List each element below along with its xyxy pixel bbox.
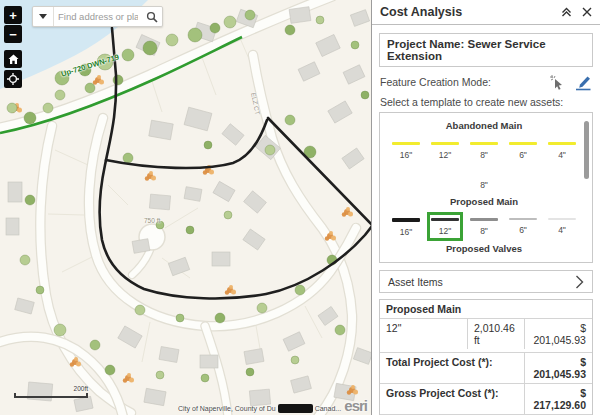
house [212, 252, 230, 266]
tree [90, 340, 100, 350]
map-attribution: City of Naperville, County of Du Canad..… [178, 404, 341, 413]
tree [85, 83, 95, 93]
cost-table-row: 12" 2,010.46 ft $ 201,045.93 [380, 319, 592, 349]
template-item-proposed-main-4[interactable]: 4" [544, 212, 580, 241]
template-size-label: 8" [480, 226, 488, 236]
tree [224, 16, 236, 28]
tree [7, 103, 17, 113]
tree [55, 71, 69, 85]
feature-creation-mode-label: Feature Creation Mode: [380, 76, 491, 88]
panel-body: Project Name: Sewer Service Extension Fe… [372, 25, 600, 415]
zoom-out-button[interactable]: − [4, 25, 22, 43]
gross-cost-value: $ 217,129.60 [524, 384, 592, 414]
tree [210, 23, 220, 33]
scalebar-line [14, 393, 88, 398]
tree [257, 303, 267, 313]
template-item-abandoned-main-4[interactable]: 4" [544, 136, 580, 164]
tree [43, 103, 53, 113]
template-scrollbar-thumb[interactable] [584, 121, 589, 179]
close-panel-button[interactable] [582, 7, 592, 17]
app: Up-720 DWN-719 ELZ CT 750 ft + − [0, 0, 600, 415]
map[interactable]: Up-720 DWN-719 ELZ CT 750 ft + − [0, 0, 371, 415]
search-button[interactable] [142, 7, 162, 26]
house [149, 120, 173, 140]
house [8, 182, 22, 202]
scalebar-label: 200ft [14, 385, 88, 392]
house [159, 347, 179, 363]
pencil-icon [574, 74, 592, 91]
locate-button[interactable] [4, 70, 22, 88]
asset-cost: $ 201,045.93 [524, 319, 592, 349]
section-asset-items[interactable]: Asset Items [379, 270, 593, 293]
house [244, 349, 264, 365]
template-picker-label: Select a template to create new assets: [380, 96, 592, 108]
search-input[interactable] [54, 11, 142, 22]
tree [166, 34, 178, 46]
cost-table: Proposed Main 12" 2,010.46 ft $ 201,045.… [379, 299, 593, 415]
feature-creation-mode-icons [549, 74, 592, 91]
smart-cursor-mode-button[interactable] [549, 74, 566, 91]
total-cost-value: $ 201,045.93 [524, 353, 592, 383]
tree [335, 325, 345, 335]
tree [245, 10, 255, 20]
line-swatch [392, 142, 420, 145]
template-item-abandoned-main-8[interactable]: 8" [466, 136, 502, 164]
sketch-mode-button[interactable] [574, 74, 592, 91]
line-swatch [392, 218, 420, 222]
template-item-proposed-main-12[interactable]: 12" [427, 212, 463, 241]
tree [316, 16, 324, 24]
line-swatch [548, 142, 576, 145]
map-canvas[interactable] [0, 0, 371, 415]
tree [295, 285, 305, 295]
tree [188, 28, 202, 42]
panel-header: Cost Analysis [372, 0, 600, 25]
line-swatch [509, 142, 537, 145]
tree [201, 374, 209, 382]
template-size-label: 12" [439, 226, 451, 236]
tree [285, 115, 295, 125]
attribution-overlay-pill [278, 404, 313, 413]
template-size-label: 8" [480, 150, 488, 160]
template-size-label: 6" [519, 150, 527, 160]
tree [55, 90, 65, 100]
tree [204, 141, 212, 149]
line-swatch [548, 218, 576, 220]
chevron-right-icon [575, 275, 584, 289]
template-item-proposed-main-16[interactable]: 16" [388, 212, 424, 241]
zoom-in-button[interactable]: + [4, 6, 22, 24]
map-controls: + − [4, 6, 22, 88]
tree [113, 75, 123, 85]
template-item-proposed-main-6[interactable]: 6" [505, 212, 541, 241]
template-item-abandoned-main-6[interactable]: 6" [505, 136, 541, 164]
tree [186, 226, 194, 234]
tree [36, 286, 44, 294]
esri-logo: esri [344, 397, 367, 414]
home-button[interactable] [4, 50, 22, 68]
template-item-abandoned-main-12[interactable]: 12" [427, 136, 463, 164]
template-item-abandoned-main-16[interactable]: 16" [388, 136, 424, 164]
feature-creation-mode-row: Feature Creation Mode: [380, 72, 592, 92]
tree [285, 25, 295, 35]
template-item-abandoned-main-8[interactable]: 8" [466, 166, 502, 194]
template-size-label: 6" [519, 225, 527, 235]
tree [97, 54, 113, 70]
tree [123, 153, 133, 163]
template-item-proposed-main-8[interactable]: 8" [466, 212, 502, 241]
section-label: Asset Items [388, 276, 443, 288]
tree [79, 64, 91, 76]
template-size-label: 4" [558, 225, 566, 235]
tree [105, 365, 115, 375]
gross-cost-label: Gross Project Cost (*): [380, 384, 524, 414]
collapse-panel-button[interactable] [561, 7, 572, 17]
template-size-label: 8" [480, 180, 488, 190]
house [184, 187, 202, 202]
template-size-label: 4" [558, 150, 566, 160]
template-size-label: 16" [400, 150, 412, 160]
tree [351, 41, 359, 49]
total-cost-label: Total Project Cost (*): [380, 353, 524, 383]
asset-length: 2,010.46 ft [467, 319, 524, 349]
template-row: 16"12"8"6"4" [388, 212, 580, 241]
tree [122, 49, 134, 61]
scalebar: 200ft [14, 385, 88, 398]
search-source-dropdown[interactable] [33, 7, 54, 26]
